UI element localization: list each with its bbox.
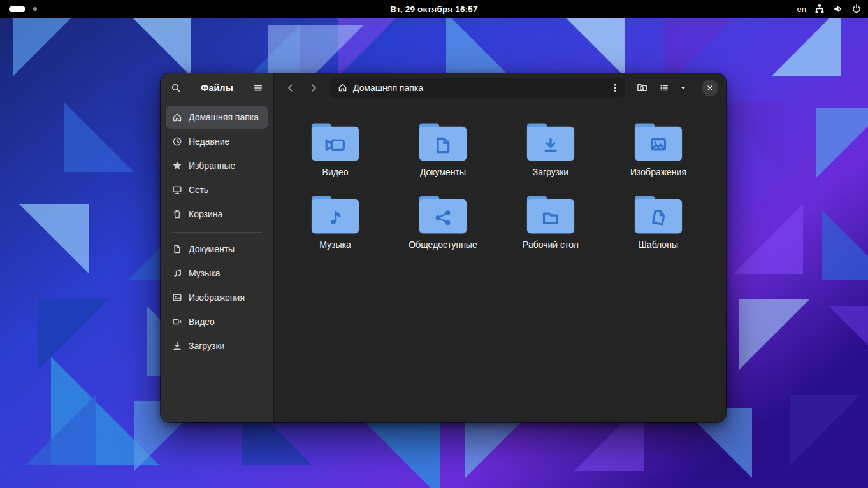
search-button[interactable] [166,78,186,98]
desktop: Вт, 29 октября 16:57 en [0,0,868,488]
path-bar[interactable]: Домашняя папка [330,78,625,98]
folder-videos[interactable]: Видео [291,120,380,181]
main-menu-button[interactable] [248,78,268,98]
file-name: Шаблоны [639,240,678,250]
file-name: Музыка [319,240,351,250]
power-icon [851,4,862,14]
sidebar-item-label: Избранные [189,161,235,171]
folder-music[interactable]: Музыка [291,192,380,254]
downloads-icon [172,341,182,351]
videos-icon [172,317,182,327]
volume-icon [833,4,843,14]
pictures-icon [172,292,182,303]
network-wired-icon [814,4,825,14]
file-name: Рабочий стол [523,240,579,250]
sidebar-item-documents[interactable]: Документы [166,238,268,261]
search-icon [171,83,181,93]
sidebar-list: Домашняя папка Недавние Избранные [161,102,273,362]
folder-documents[interactable]: Документы [398,120,488,181]
file-grid: Видео Документы [291,120,726,254]
chevron-down-icon [679,83,688,92]
close-icon [705,83,714,92]
folder-desktop[interactable]: Рабочий стол [506,192,595,254]
network-icon [172,185,182,195]
folder-icon [633,122,684,162]
folder-downloads[interactable]: Загрузки [506,120,595,181]
workspace-dot [33,7,37,11]
sidebar-item-home[interactable]: Домашняя папка [166,106,268,129]
forward-button[interactable] [303,78,324,98]
search-location-button[interactable] [632,78,652,98]
view-toggle [655,78,693,98]
folder-icon [417,195,468,235]
folder-icon [310,122,361,162]
folder-pictures[interactable]: Изображения [614,120,703,181]
list-view-icon [659,83,669,93]
sidebar-item-label: Недавние [189,136,229,147]
sidebar-item-trash[interactable]: Корзина [166,203,268,226]
home-icon [172,112,182,122]
trash-icon [172,209,182,219]
app-title: Файлы [189,83,245,93]
sidebar-item-label: Документы [189,244,235,254]
sidebar-item-music[interactable]: Музыка [166,262,268,285]
system-status-area[interactable]: en [797,4,862,14]
sidebar-item-label: Сеть [189,185,208,195]
shell-top-bar: Вт, 29 октября 16:57 en [0,0,868,18]
file-view: Видео Документы [274,102,726,422]
home-icon [338,83,347,92]
back-icon [286,83,296,93]
sidebar-item-downloads[interactable]: Загрузки [166,334,268,357]
starred-icon [172,161,182,171]
file-name: Загрузки [533,167,568,177]
sidebar-item-pictures[interactable]: Изображения [166,286,268,309]
current-location-label: Домашняя папка [353,83,423,93]
recent-icon [172,136,182,147]
sidebar-item-label: Видео [189,317,215,327]
keyboard-layout-indicator[interactable]: en [797,4,806,14]
documents-icon [172,244,182,254]
folder-icon [525,122,576,162]
folder-menu-button[interactable] [607,80,623,96]
file-name: Видео [322,167,349,177]
workspace-indicator[interactable] [9,6,37,12]
forward-icon [308,83,319,93]
sidebar-separator [172,232,262,233]
sidebar-item-label: Домашняя папка [189,112,259,122]
folder-templates[interactable]: Шаблоны [614,192,703,254]
folder-icon [525,195,576,235]
sidebar-item-starred[interactable]: Избранные [166,154,268,177]
sidebar-item-videos[interactable]: Видео [166,310,268,333]
sidebar: Файлы Домашняя папка [161,73,274,422]
back-button[interactable] [280,78,301,98]
view-options-dropdown[interactable] [674,80,693,96]
kebab-menu-icon [610,83,620,93]
music-icon [172,268,182,278]
sidebar-item-label: Загрузки [189,341,224,351]
list-view-button[interactable] [655,78,674,98]
hamburger-menu-icon [253,83,263,93]
window-headerbar: Домашняя папка [274,73,726,102]
active-workspace-pill [9,6,25,12]
file-name: Изображения [630,167,686,177]
sidebar-item-label: Корзина [189,209,222,219]
sidebar-item-label: Изображения [189,292,245,303]
sidebar-item-label: Музыка [189,268,221,278]
folder-public[interactable]: Общедоступные [398,192,488,254]
file-name: Общедоступные [409,240,477,250]
sidebar-item-recent[interactable]: Недавние [166,130,268,153]
file-name: Документы [420,167,466,177]
sidebar-headerbar: Файлы [161,73,273,102]
files-window: Файлы Домашняя папка [161,73,726,422]
main-pane: Домашняя папка [274,73,726,422]
sidebar-item-network[interactable]: Сеть [166,178,268,201]
folder-icon [633,195,684,235]
folder-icon [310,195,361,235]
folder-icon [417,122,468,162]
clock[interactable]: Вт, 29 октября 16:57 [390,4,478,14]
close-button[interactable] [702,80,718,96]
search-folder-icon [637,82,647,93]
